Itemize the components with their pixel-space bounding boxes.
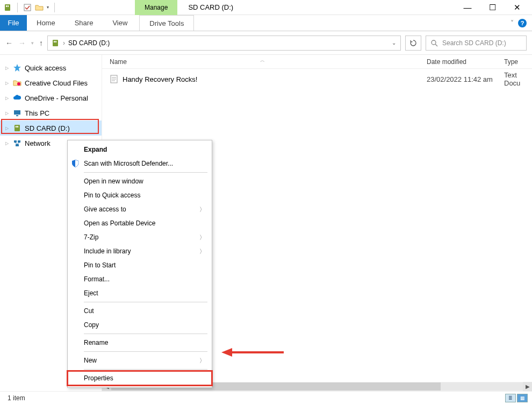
star-icon <box>13 63 21 72</box>
context-menu-item-7-zip[interactable]: 7-Zip〉 <box>68 230 212 244</box>
tree-item-sd-card-d-[interactable]: ▷SD CARD (D:) <box>0 121 102 136</box>
context-menu-label: 7-Zip <box>84 233 98 241</box>
file-tab[interactable]: File <box>0 15 27 31</box>
breadcrumb-current[interactable]: SD CARD (D:) <box>68 39 110 47</box>
qat-checkbox-icon[interactable] <box>23 3 32 12</box>
search-icon <box>430 39 438 47</box>
manage-context-tab[interactable]: Manage <box>135 0 177 15</box>
folder-cc-icon <box>13 79 21 87</box>
tab-drive-tools[interactable]: Drive Tools <box>139 15 194 31</box>
status-bar: 1 item ≣ ▦ <box>0 391 532 404</box>
up-button[interactable]: ↑ <box>39 39 43 47</box>
context-menu-item-open-as-portable-device[interactable]: Open as Portable Device <box>68 216 212 230</box>
chevron-right-icon[interactable]: ▷ <box>4 126 10 131</box>
chevron-right-icon[interactable]: ▷ <box>4 81 10 86</box>
tree-item-label: Network <box>25 139 51 147</box>
address-dropdown-icon[interactable]: ⌄ <box>387 40 400 46</box>
chevron-right-icon[interactable]: ▷ <box>4 141 10 146</box>
context-menu-item-pin-to-start[interactable]: Pin to Start <box>68 258 212 272</box>
context-menu-item-eject[interactable]: Eject <box>68 286 212 300</box>
file-row[interactable]: Handy Recovery Rocks! 23/02/2022 11:42 a… <box>110 73 532 85</box>
annotation-arrow <box>220 346 285 359</box>
svg-rect-1 <box>6 5 7 7</box>
svg-rect-4 <box>53 40 58 46</box>
tab-share[interactable]: Share <box>65 15 103 31</box>
col-header-type[interactable]: Type <box>504 58 518 66</box>
context-menu-label: New <box>84 357 97 364</box>
refresh-button[interactable] <box>405 36 421 51</box>
close-button[interactable]: ✕ <box>512 2 522 13</box>
svg-rect-2 <box>8 5 9 7</box>
tree-item-onedrive-personal[interactable]: ▷OneDrive - Personal <box>0 90 102 105</box>
view-icons-icon[interactable]: ▦ <box>517 394 528 402</box>
context-menu-item-open-in-new-window[interactable]: Open in new window <box>68 174 212 188</box>
context-menu-item-format-[interactable]: Format... <box>68 272 212 286</box>
col-header-date[interactable]: Date modified <box>427 58 466 66</box>
chevron-right-icon[interactable]: ▷ <box>4 96 10 101</box>
context-menu-item-include-in-library[interactable]: Include in library〉 <box>68 244 212 258</box>
maximize-button[interactable]: ☐ <box>487 2 498 13</box>
context-menu-label: Properties <box>84 374 113 382</box>
svg-rect-18 <box>16 144 19 146</box>
svg-rect-11 <box>14 110 20 115</box>
chevron-right-icon[interactable]: ▷ <box>4 111 10 116</box>
context-menu-label: Rename <box>84 339 108 346</box>
chevron-right-icon[interactable]: ▷ <box>4 66 10 70</box>
forward-button[interactable]: → <box>18 39 26 47</box>
context-menu-label: Expand <box>84 146 107 153</box>
context-menu-item-expand[interactable]: Expand <box>68 143 212 157</box>
context-menu-item-properties[interactable]: Properties <box>68 371 212 385</box>
context-menu-label: Include in library <box>84 247 131 255</box>
col-header-name[interactable]: Name <box>110 58 127 66</box>
network-icon <box>13 139 21 147</box>
recent-locations-icon[interactable]: ▾ <box>31 40 34 46</box>
tree-item-quick-access[interactable]: ▷Quick access <box>0 60 102 75</box>
context-menu-label: Copy <box>84 321 99 329</box>
svg-rect-0 <box>5 4 10 11</box>
context-menu-item-give-access-to[interactable]: Give access to〉 <box>68 202 212 216</box>
tree-item-label: This PC <box>25 109 49 117</box>
qat-folder-icon[interactable] <box>35 3 44 12</box>
tree-item-creative-cloud-files[interactable]: ▷Creative Cloud Files <box>0 75 102 90</box>
svg-rect-12 <box>16 115 18 116</box>
collapse-caret-icon[interactable]: ︿ <box>260 57 265 64</box>
svg-line-20 <box>17 143 19 144</box>
address-bar[interactable]: › SD CARD (D:) ⌄ <box>47 36 401 51</box>
status-text: 1 item <box>8 394 25 402</box>
context-menu-label: Format... <box>84 275 110 283</box>
context-menu-item-copy[interactable]: Copy <box>68 318 212 332</box>
help-icon[interactable]: ? <box>518 19 527 27</box>
tree-item-label: Quick access <box>25 64 66 72</box>
context-menu-item-new[interactable]: New〉 <box>68 353 212 367</box>
navigation-bar: ← → ▾ ↑ › SD CARD (D:) ⌄ <box>0 31 532 55</box>
tab-view[interactable]: View <box>103 15 137 31</box>
title-bar: ▾ Manage SD CARD (D:) — ☐ ✕ <box>0 0 532 15</box>
svg-marker-9 <box>13 64 21 72</box>
svg-rect-16 <box>14 140 17 143</box>
minimize-button[interactable]: — <box>462 2 473 13</box>
view-details-icon[interactable]: ≣ <box>505 394 516 402</box>
chevron-right-icon: 〉 <box>199 233 205 242</box>
search-input[interactable] <box>441 39 522 47</box>
chevron-right-icon: 〉 <box>199 247 205 256</box>
file-type: Text Docu <box>504 71 532 87</box>
tab-home[interactable]: Home <box>27 15 65 31</box>
ribbon-tabs: File Home Share View Drive Tools ˅ ? <box>0 15 532 31</box>
svg-line-19 <box>15 143 17 144</box>
context-menu-item-pin-to-quick-access[interactable]: Pin to Quick access <box>68 188 212 202</box>
tree-item-label: Creative Cloud Files <box>25 79 88 87</box>
qat-dropdown-icon[interactable]: ▾ <box>47 5 49 10</box>
context-menu-item-scan-with-microsoft-defender-[interactable]: Scan with Microsoft Defender... <box>68 157 212 171</box>
context-menu-item-cut[interactable]: Cut <box>68 304 212 318</box>
ribbon-expand-caret-icon[interactable]: ˅ <box>511 19 514 27</box>
shield-icon <box>71 159 80 168</box>
tree-item-this-pc[interactable]: ▷This PC <box>0 105 102 121</box>
back-button[interactable]: ← <box>5 39 13 47</box>
file-name: Handy Recovery Rocks! <box>123 75 197 83</box>
monitor-icon <box>13 109 21 117</box>
context-menu-separator <box>84 302 207 302</box>
search-box[interactable] <box>426 36 527 51</box>
context-menu-separator <box>84 172 207 173</box>
scroll-right-icon[interactable]: ▶ <box>523 382 532 391</box>
context-menu-item-rename[interactable]: Rename <box>68 336 212 350</box>
